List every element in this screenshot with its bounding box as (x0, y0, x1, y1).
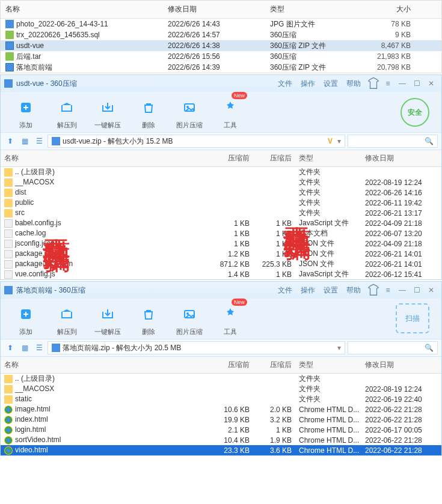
close-button[interactable]: ✕ (425, 285, 438, 296)
minimize-button[interactable]: — (396, 285, 409, 296)
hdr-before[interactable]: 压缩前 (211, 359, 253, 371)
archive-row[interactable]: .. (上级目录) 文件夹 (1, 374, 441, 384)
add-button[interactable]: 添加 (8, 96, 44, 130)
archive-row[interactable]: __MACOSX 文件夹 2022-08-19 12:24 (1, 177, 441, 187)
one-click-button[interactable]: 一键解压 (90, 302, 126, 336)
hdr-type[interactable]: 类型 (295, 152, 361, 165)
menu-button[interactable]: ≡ (381, 285, 394, 296)
extract-to-icon (55, 302, 79, 326)
archive-row[interactable]: login.html 2.1 KB 1 KB Chrome HTML D... … (1, 425, 441, 435)
hdr-before[interactable]: 压缩前 (211, 152, 253, 165)
file-icon (4, 405, 13, 414)
archive-row[interactable]: vue.config.js 1.4 KB 1 KB JavaScript 文件 … (1, 269, 441, 279)
file-type: 文件夹 (295, 384, 361, 394)
one-click-button[interactable]: 一键解压 (90, 96, 126, 130)
minimize-button[interactable]: — (396, 78, 409, 89)
file-icon (4, 395, 13, 404)
safety-badge[interactable]: 安全 (401, 98, 429, 127)
menu-item[interactable]: 帮助 (346, 285, 361, 296)
menu-item[interactable]: 文件 (278, 79, 292, 89)
view-list-button[interactable]: ▦ (19, 135, 31, 147)
file-row[interactable]: 落地页前端 2022/6/26 14:39 360压缩 ZIP 文件 20,79… (1, 62, 441, 73)
close-button[interactable]: ✕ (425, 78, 438, 89)
file-size: 20,798 KB (343, 63, 416, 71)
view-icons-button[interactable]: ☰ (33, 342, 45, 354)
file-icon (5, 52, 14, 61)
file-size: 78 KB (343, 20, 416, 28)
path-box[interactable]: 落地页前端.zip - 解包大小为 20.5 MB ▾ (48, 341, 345, 354)
file-row[interactable]: photo_2022-06-26_14-43-11 2022/6/26 14:4… (1, 19, 441, 29)
scan-badge[interactable]: 扫描 (396, 303, 429, 333)
archive-row[interactable]: __MACOSX 文件夹 2022-08-19 12:24 (1, 384, 441, 394)
archive-row[interactable]: sortVideo.html 10.4 KB 1.9 KB Chrome HTM… (1, 435, 441, 445)
search-input[interactable]: 🔍 (348, 135, 438, 148)
search-input[interactable]: 🔍 (348, 341, 438, 354)
col-header-date[interactable]: 修改日期 (163, 3, 265, 16)
col-header-type[interactable]: 类型 (265, 3, 343, 16)
nav-up-button[interactable]: ⬆ (4, 342, 16, 354)
tools-button[interactable]: New工具 (212, 302, 248, 336)
archive-row[interactable]: static 文件夹 2022-06-19 22:40 (1, 394, 441, 404)
menu-button[interactable]: ≡ (381, 78, 394, 89)
file-type: 360压缩 (265, 52, 343, 62)
archive-row[interactable]: package-lock.json 871.2 KB 225.3 KB JSON… (1, 259, 441, 269)
col-header-size[interactable]: 大小 (343, 3, 416, 16)
menu-item[interactable]: 操作 (301, 285, 315, 296)
archive-row[interactable]: .. (上级目录) 文件夹 (1, 167, 441, 177)
archive-row[interactable]: jsconfig.json 1 KB 1 KB JSON 文件 2022-04-… (1, 238, 441, 249)
menu-item[interactable]: 文件 (278, 285, 292, 296)
maximize-button[interactable]: ☐ (410, 78, 423, 89)
extract-to-button[interactable]: 解压到 (49, 302, 85, 336)
file-date: 2022-06-21 14:01 (361, 260, 440, 269)
chevron-down-icon[interactable]: ▾ (337, 137, 341, 145)
hdr-date[interactable]: 修改日期 (361, 152, 440, 165)
archive-row[interactable]: src 文件夹 2022-06-21 13:17 (1, 208, 441, 218)
archive-row[interactable]: babel.config.js 1 KB 1 KB JavaScript 文件 … (1, 218, 441, 228)
titlebar[interactable]: 落地页前端 - 360压缩 文件操作设置帮助 ≡ — ☐ ✕ (1, 282, 441, 299)
menu-item[interactable]: 设置 (324, 79, 338, 89)
archive-row[interactable]: index.html 19.9 KB 3.2 KB Chrome HTML D.… (1, 414, 441, 425)
hdr-after[interactable]: 压缩后 (253, 152, 295, 165)
maximize-button[interactable]: ☐ (410, 285, 423, 296)
path-box[interactable]: usdt-vue.zip - 解包大小为 15.2 MB V ▾ (48, 135, 345, 148)
file-row[interactable]: 后端.tar 2022/6/26 15:56 360压缩 21,983 KB (1, 51, 441, 62)
add-button[interactable]: 添加 (8, 302, 44, 336)
delete-button[interactable]: 删除 (130, 96, 167, 130)
hdr-name[interactable]: 名称 (1, 359, 211, 371)
hdr-date[interactable]: 修改日期 (361, 359, 440, 371)
view-list-button[interactable]: ▦ (19, 342, 31, 354)
archive-row[interactable]: video.html 23.3 KB 3.6 KB Chrome HTML D.… (1, 445, 441, 455)
hdr-name[interactable]: 名称 (1, 152, 211, 165)
tools-button[interactable]: New工具 (212, 96, 248, 130)
archive-row[interactable]: cache.log 1 KB 1 KB 文本文档 2022-06-07 13:2… (1, 228, 441, 238)
archive-row[interactable]: image.html 10.6 KB 2.0 KB Chrome HTML D.… (1, 404, 441, 414)
archive-row[interactable]: public 文件夹 2022-06-11 19:42 (1, 198, 441, 208)
file-name: video.html (15, 446, 48, 454)
img-compress-button[interactable]: 图片压缩 (171, 302, 207, 336)
file-row[interactable]: usdt-vue 2022/6/26 14:38 360压缩 ZIP 文件 8,… (1, 40, 441, 51)
view-icons-button[interactable]: ☰ (33, 135, 45, 147)
col-header-name[interactable]: 名称 (1, 3, 163, 16)
titlebar[interactable]: usdt-vue - 360压缩 文件操作设置帮助 ≡ — ☐ ✕ (1, 75, 441, 92)
dropdown-icon[interactable]: V (328, 137, 333, 145)
menu-item[interactable]: 操作 (301, 79, 315, 89)
extract-to-button[interactable]: 解压到 (49, 96, 85, 130)
hdr-type[interactable]: 类型 (295, 359, 361, 371)
skin-button[interactable] (367, 78, 380, 89)
archive-row[interactable]: package.json 1.2 KB 1 KB JSON 文件 2022-06… (1, 249, 441, 259)
archive-row[interactable]: dist 文件夹 2022-06-26 14:16 (1, 187, 441, 198)
skin-button[interactable] (367, 285, 380, 296)
file-row[interactable]: trx_20220626_145635.sql 2022/6/26 14:57 … (1, 29, 441, 40)
chevron-down-icon[interactable]: ▾ (337, 344, 341, 352)
path-text: 落地页前端.zip - 解包大小为 20.5 MB (63, 343, 181, 353)
img-compress-button[interactable]: 图片压缩 (171, 96, 207, 130)
delete-icon (137, 302, 161, 326)
menu-item[interactable]: 帮助 (346, 79, 361, 89)
file-date: 2022-08-19 12:24 (361, 178, 440, 187)
nav-up-button[interactable]: ⬆ (4, 135, 16, 147)
delete-button[interactable]: 删除 (130, 302, 167, 336)
file-icon (4, 260, 13, 269)
hdr-after[interactable]: 压缩后 (253, 359, 295, 371)
menu-item[interactable]: 设置 (324, 285, 338, 296)
app-icon (4, 79, 13, 88)
